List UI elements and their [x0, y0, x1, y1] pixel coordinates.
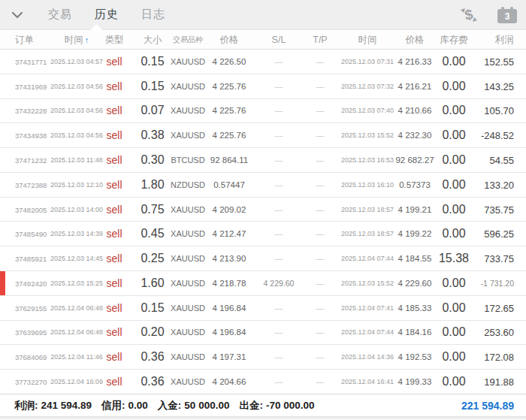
open-price-cell: 4 218.78: [201, 279, 258, 288]
open-price-cell: 4 196.84: [201, 328, 258, 337]
open-price-cell: 0.57447: [201, 180, 258, 189]
col-sl[interactable]: S/L: [256, 35, 301, 45]
profit-cell: 172.65: [451, 302, 514, 313]
summary-profit: 利润:241 594.89: [14, 399, 92, 412]
open-price-cell: 4 196.84: [201, 304, 258, 313]
history-row[interactable]: 374859212025.12.03 14:45sell0.25XAUUSD4 …: [0, 246, 526, 271]
sl-cell: —: [256, 131, 301, 140]
open-price-cell: 4 225.76: [201, 106, 258, 115]
type-cell: sell: [96, 104, 132, 116]
col-open-price[interactable]: 价格: [201, 33, 258, 46]
type-cell: sell: [96, 154, 132, 166]
open-price-cell: 4 209.02: [201, 205, 258, 214]
sl-cell: 4 229.60: [256, 279, 301, 288]
profit-cell: 172.08: [451, 352, 514, 363]
tab-history[interactable]: 历史: [95, 8, 119, 22]
open-price-cell: 4 225.76: [201, 82, 258, 91]
tab-journal[interactable]: 日志: [141, 8, 165, 22]
open-price-cell: 4 213.90: [201, 254, 258, 263]
sl-cell: —: [256, 180, 301, 189]
open-price-cell: 4 225.76: [201, 131, 258, 140]
profit-cell: 54.55: [451, 155, 514, 166]
history-row[interactable]: 374319692025.12.03 04:56sell0.15XAUUSD4 …: [0, 74, 526, 99]
type-cell: sell: [96, 179, 132, 191]
type-cell: sell: [96, 376, 132, 388]
history-row[interactable]: 374322282025.12.03 04:56sell0.07XAUUSD4 …: [0, 99, 526, 124]
type-cell: sell: [96, 80, 132, 92]
sl-cell: —: [256, 229, 301, 238]
sl-cell: —: [256, 106, 301, 115]
chevron-down-icon[interactable]: [0, 0, 35, 30]
profit-cell: 105.70: [451, 105, 514, 116]
bottom-strip: [0, 416, 526, 419]
top-bar-actions: $ 3: [458, 0, 517, 30]
open-price-cell: 4 204.66: [201, 377, 258, 386]
summary-deposit: 入金:50 000.00: [158, 399, 230, 412]
history-row[interactable]: 374723882025.12.03 12:10sell1.80NZDUSD0.…: [0, 173, 526, 198]
sl-cell: —: [256, 205, 301, 214]
history-row[interactable]: 374820052025.12.03 14:00sell0.75XAUUSD4 …: [0, 198, 526, 222]
history-row[interactable]: 377322702025.12.04 16:09sell0.36XAUUSD4 …: [0, 370, 526, 394]
summary-credit: 信用:0.00: [101, 399, 148, 412]
sl-cell: —: [256, 57, 301, 66]
profit-cell: 191.88: [451, 376, 514, 388]
top-bar: 交易 历史 日志 $ 3: [0, 0, 526, 30]
history-screen: 交易 历史 日志 $ 3 订单 时间↑ 类型 大小 交易品种: [0, 0, 526, 420]
col-type[interactable]: 类型: [96, 33, 132, 46]
summary-withdrawal: 出金:-70 000.00: [239, 399, 314, 412]
type-cell: sell: [96, 228, 132, 240]
type-cell: sell: [96, 204, 132, 216]
profit-cell: -1 731.20: [451, 279, 514, 288]
active-tab-notch: [90, 24, 102, 30]
type-cell: sell: [96, 351, 132, 363]
type-cell: sell: [96, 326, 132, 338]
open-price-cell: 4 212.47: [201, 229, 258, 238]
sort-ascending-icon: ↑: [85, 35, 89, 44]
type-cell: sell: [96, 252, 132, 264]
sl-cell: —: [256, 328, 301, 337]
col-profit[interactable]: 利润: [451, 33, 514, 46]
transfer-funds-icon[interactable]: $: [458, 5, 479, 25]
summary-total: 221 594.89: [461, 400, 514, 412]
profit-cell: 133.20: [451, 179, 514, 190]
type-cell: sell: [96, 129, 132, 141]
calendar-icon[interactable]: 3: [497, 7, 517, 23]
open-price-cell: 4 226.50: [201, 57, 258, 66]
history-row[interactable]: 376291552025.12.04 06:48sell0.15XAUUSD4 …: [0, 296, 526, 321]
table-header: 订单 时间↑ 类型 大小 交易品种 价格 S/L T/P 时间 价格 库存费 利…: [0, 30, 526, 50]
calendar-day-number: 3: [497, 9, 517, 23]
open-price-cell: 4 197.31: [201, 352, 258, 361]
sl-cell: —: [256, 82, 301, 91]
open-price-cell: 92 864.11: [201, 156, 258, 165]
history-row[interactable]: 376840692025.12.04 11:46sell0.36XAUUSD4 …: [0, 345, 526, 370]
sl-cell: —: [256, 377, 301, 386]
tab-bar: 交易 历史 日志: [48, 8, 165, 22]
history-table: 374317712025.12.03 04:57sell0.15XAUUSD4 …: [0, 50, 526, 394]
sl-cell: —: [256, 304, 301, 313]
history-row[interactable]: 374349382025.12.03 04:56sell0.38XAUUSD4 …: [0, 123, 526, 148]
profit-cell: 735.75: [451, 204, 514, 215]
type-cell: sell: [96, 56, 132, 68]
sl-cell: —: [256, 254, 301, 263]
sl-cell: —: [256, 156, 301, 165]
profit-cell: 733.75: [451, 253, 514, 264]
profit-cell: 596.25: [451, 228, 514, 240]
type-cell: sell: [96, 302, 132, 314]
selected-row-marker: [0, 271, 5, 295]
profit-cell: 152.55: [451, 56, 514, 67]
history-row[interactable]: 374712322025.12.03 11:48sell0.30BTCUSD92…: [0, 148, 526, 173]
history-row[interactable]: 374924202025.12.03 15:25sell1.60XAUUSD4 …: [0, 271, 526, 296]
type-cell: sell: [96, 277, 132, 289]
history-row[interactable]: 374317712025.12.03 04:57sell0.15XAUUSD4 …: [0, 50, 526, 74]
profit-cell: -248.52: [451, 130, 514, 141]
history-row[interactable]: 376396952025.12.04 06:48sell0.20XAUUSD4 …: [0, 321, 526, 346]
account-summary-bar: 利润:241 594.89 信用:0.00 入金:50 000.00 出金:-7…: [0, 394, 526, 416]
tab-trade[interactable]: 交易: [48, 8, 72, 22]
profit-cell: 143.25: [451, 80, 514, 92]
sl-cell: —: [256, 352, 301, 361]
history-row[interactable]: 374854902025.12.03 14:39sell0.45XAUUSD4 …: [0, 222, 526, 246]
profit-cell: 253.60: [451, 327, 514, 338]
